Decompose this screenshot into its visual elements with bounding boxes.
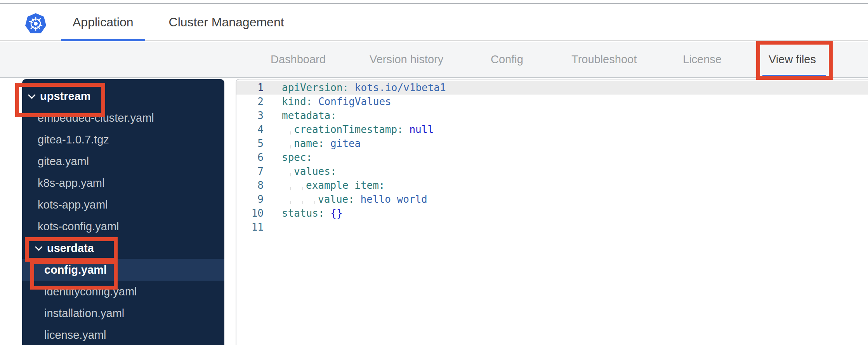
code-line-2: 2kind: ConfigValues [236, 95, 868, 109]
tab-application[interactable]: Application [61, 4, 145, 40]
yaml-code-viewer[interactable]: 1apiVersion: kots.io/v1beta12kind: Confi… [236, 79, 868, 345]
code-line-text: kind: ConfigValues [282, 95, 391, 109]
token-val: ConfigValues [318, 96, 391, 107]
code-line-text: value: hello world [282, 192, 427, 206]
token-val: gitea [330, 138, 361, 149]
line-number: 5 [236, 136, 264, 150]
token-plain [312, 96, 318, 107]
line-number: 1 [236, 81, 264, 95]
token-val: kots.io/v1beta1 [355, 82, 446, 93]
line-number: 3 [236, 109, 264, 122]
line-number: 2 [236, 95, 264, 109]
tree-file-embedded-cluster-yaml[interactable]: embedded-cluster.yaml [22, 107, 224, 129]
tree-item-label: upstream [40, 90, 91, 103]
token-kw: null [409, 124, 434, 135]
tab-cluster-management[interactable]: Cluster Management [157, 4, 296, 40]
tree-item-label: kots-app.yaml [38, 198, 108, 211]
app-header: Application Cluster Management [0, 4, 868, 41]
token-kw: {} [330, 207, 342, 219]
line-number: 4 [236, 122, 264, 136]
app-nav: DashboardVersion historyConfigTroublesho… [0, 42, 868, 78]
token-key: name: [294, 138, 324, 149]
token-key: value: [318, 193, 354, 205]
code-line-7: 7values: [236, 164, 868, 178]
token-plain [325, 207, 331, 219]
nav-item-config[interactable]: Config [491, 42, 523, 77]
nav-item-license[interactable]: License [683, 42, 722, 77]
line-number: 9 [236, 192, 264, 206]
token-key: kind: [282, 96, 312, 107]
token-key: status: [282, 207, 325, 219]
file-tree-sidebar: upstreamembedded-cluster.yamlgitea-1.0.7… [22, 79, 224, 345]
code-line-6: 6spec: [236, 150, 868, 164]
tree-item-label: k8s-app.yaml [38, 177, 104, 190]
token-plain [403, 124, 410, 135]
tree-item-label: kots-config.yaml [38, 220, 119, 233]
code-line-1: 1apiVersion: kots.io/v1beta1 [236, 81, 868, 95]
kots-admin-console: Application Cluster Management Dashboard… [0, 0, 868, 345]
tree-file-license-yaml[interactable]: license.yaml [22, 324, 224, 345]
line-number: 11 [236, 220, 264, 234]
nav-item-dashboard[interactable]: Dashboard [271, 42, 326, 77]
view-files-active-underline [762, 75, 826, 77]
line-number: 6 [236, 150, 264, 164]
tree-item-label: gitea.yaml [38, 155, 89, 168]
code-line-text: values: [282, 164, 337, 178]
tree-item-label: userdata [47, 242, 94, 255]
code-line-8: 8example_item: [236, 178, 868, 192]
tree-item-label: identityconfig.yaml [44, 285, 137, 298]
code-line-text: creationTimestamp: null [282, 122, 434, 136]
token-plain [324, 138, 330, 149]
nav-item-version-history[interactable]: Version history [370, 42, 443, 77]
tree-item-label: embedded-cluster.yaml [38, 112, 154, 124]
code-line-3: 3metadata: [236, 109, 868, 122]
token-key: spec: [282, 152, 312, 163]
code-line-11: 11 [236, 220, 868, 234]
tree-file-kots-config-yaml[interactable]: kots-config.yaml [22, 216, 224, 237]
nav-item-troubleshoot[interactable]: Troubleshoot [571, 42, 637, 77]
tree-file-gitea-yaml[interactable]: gitea.yaml [22, 150, 224, 172]
tree-folder-upstream[interactable]: upstream [22, 85, 224, 107]
tree-file-gitea-1-0-7-tgz[interactable]: gitea-1.0.7.tgz [22, 129, 224, 150]
token-val: hello world [361, 193, 427, 205]
code-line-text: name: gitea [282, 136, 361, 150]
nav-item-view-files[interactable]: View files [769, 42, 816, 77]
tree-file-k8s-app-yaml[interactable]: k8s-app.yaml [22, 172, 224, 194]
tree-item-label: license.yaml [44, 329, 106, 342]
token-key: example_item: [306, 179, 385, 191]
code-line-5: 5name: gitea [236, 136, 868, 150]
token-key: metadata: [282, 110, 337, 121]
tree-item-label: installation.yaml [44, 307, 124, 320]
line-number: 10 [236, 206, 264, 220]
tree-item-label: config.yaml [44, 264, 107, 276]
line-number: 8 [236, 178, 264, 192]
code-line-10: 10status: {} [236, 206, 868, 220]
token-plain [354, 193, 361, 205]
tree-file-identityconfig-yaml[interactable]: identityconfig.yaml [22, 281, 224, 302]
token-key: values: [294, 166, 337, 177]
tree-folder-userdata[interactable]: userdata [22, 237, 224, 259]
token-key: apiVersion: [282, 82, 349, 93]
chevron-down-icon [28, 91, 36, 99]
code-line-text: status: {} [282, 206, 343, 220]
line-number: 7 [236, 164, 264, 178]
code-line-text: apiVersion: kots.io/v1beta1 [282, 81, 446, 95]
token-plain [349, 82, 355, 93]
top-tabs: Application Cluster Management [61, 4, 296, 40]
tree-item-label: gitea-1.0.7.tgz [38, 133, 109, 146]
tree-file-config-yaml[interactable]: config.yaml [22, 259, 224, 281]
code-line-text: metadata: [282, 109, 337, 122]
code-line-4: 4creationTimestamp: null [236, 122, 868, 136]
code-line-9: 9value: hello world [236, 192, 868, 206]
code-line-text: example_item: [282, 178, 385, 192]
code-line-text: spec: [282, 150, 312, 164]
tree-file-installation-yaml[interactable]: installation.yaml [22, 302, 224, 324]
token-key: creationTimestamp: [294, 124, 403, 135]
chevron-down-icon [35, 243, 43, 251]
kubernetes-logo-icon [24, 13, 47, 36]
tree-file-kots-app-yaml[interactable]: kots-app.yaml [22, 194, 224, 216]
